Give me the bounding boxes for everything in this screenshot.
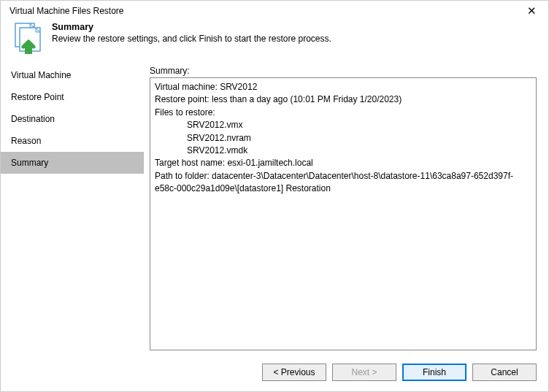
sidebar-item-destination[interactable]: Destination bbox=[1, 108, 144, 130]
sidebar-item-label: Summary bbox=[11, 158, 48, 168]
summary-file: SRV2012.vmdk bbox=[155, 145, 531, 157]
summary-textbox[interactable]: Virtual machine: SRV2012 Restore point: … bbox=[150, 77, 537, 350]
wizard-sidebar: Virtual Machine Restore Point Destinatio… bbox=[1, 61, 144, 355]
header-subtitle: Review the restore settings, and click F… bbox=[52, 34, 331, 44]
previous-button[interactable]: < Previous bbox=[262, 364, 326, 381]
sidebar-item-label: Destination bbox=[11, 114, 55, 124]
sidebar-item-restore-point[interactable]: Restore Point bbox=[1, 86, 144, 108]
summary-label: Summary: bbox=[150, 66, 537, 76]
sidebar-item-label: Virtual Machine bbox=[11, 70, 72, 80]
summary-file: SRV2012.nvram bbox=[155, 132, 531, 145]
sidebar-item-label: Reason bbox=[11, 136, 41, 146]
sidebar-item-reason[interactable]: Reason bbox=[1, 130, 144, 152]
summary-vm: Virtual machine: SRV2012 bbox=[155, 81, 531, 93]
window-title: Virtual Machine Files Restore bbox=[9, 6, 124, 16]
wizard-header: Summary Review the restore settings, and… bbox=[1, 19, 548, 61]
sidebar-item-label: Restore Point bbox=[11, 92, 64, 102]
summary-target-host: Target host name: esxi-01.jamiltech.loca… bbox=[155, 157, 531, 169]
sidebar-item-virtual-machine[interactable]: Virtual Machine bbox=[1, 64, 144, 86]
summary-files-label: Files to restore: bbox=[155, 107, 531, 119]
main-area: Virtual Machine Restore Point Destinatio… bbox=[1, 61, 548, 355]
next-button: Next > bbox=[332, 364, 396, 381]
content-panel: Summary: Virtual machine: SRV2012 Restor… bbox=[144, 61, 548, 355]
cancel-button[interactable]: Cancel bbox=[472, 364, 537, 381]
finish-button[interactable]: Finish bbox=[402, 364, 467, 381]
close-icon[interactable]: ✕ bbox=[523, 5, 541, 16]
summary-restore-point: Restore point: less than a day ago (10:0… bbox=[155, 93, 531, 106]
wizard-footer: < Previous Next > Finish Cancel bbox=[1, 355, 548, 391]
restore-icon bbox=[11, 22, 43, 54]
header-text: Summary Review the restore settings, and… bbox=[52, 22, 331, 44]
sidebar-item-summary[interactable]: Summary bbox=[1, 152, 144, 174]
titlebar: Virtual Machine Files Restore ✕ bbox=[1, 1, 548, 19]
summary-file: SRV2012.vmx bbox=[155, 119, 531, 131]
header-title: Summary bbox=[52, 22, 331, 32]
summary-path: Path to folder: datacenter-3\Datacenter\… bbox=[155, 170, 531, 196]
